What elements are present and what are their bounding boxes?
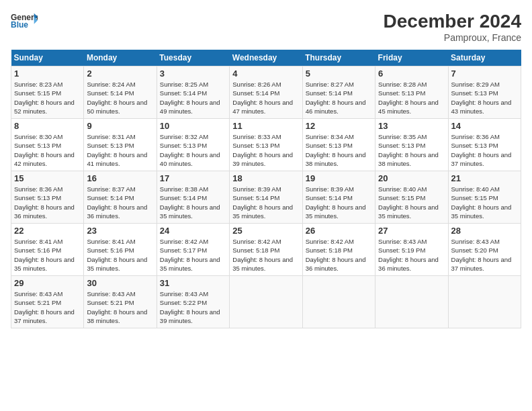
table-cell: 7 Sunrise: 8:29 AMSunset: 5:13 PMDayligh… xyxy=(448,66,521,119)
calendar-body: 1 Sunrise: 8:23 AMSunset: 5:15 PMDayligh… xyxy=(11,66,521,328)
table-cell: 1 Sunrise: 8:23 AMSunset: 5:15 PMDayligh… xyxy=(11,66,84,119)
table-cell: 3 Sunrise: 8:25 AMSunset: 5:14 PMDayligh… xyxy=(157,66,229,119)
day-info: Sunrise: 8:42 AMSunset: 5:18 PMDaylight:… xyxy=(232,237,299,273)
table-cell: 16 Sunrise: 8:37 AMSunset: 5:14 PMDaylig… xyxy=(84,171,157,224)
table-cell: 14 Sunrise: 8:36 AMSunset: 5:13 PMDaylig… xyxy=(448,119,521,171)
table-cell: 17 Sunrise: 8:38 AMSunset: 5:14 PMDaylig… xyxy=(157,171,229,224)
day-number: 30 xyxy=(87,278,153,288)
day-number: 5 xyxy=(306,68,372,79)
month-title: December 2024 xyxy=(384,11,521,32)
day-info: Sunrise: 8:40 AMSunset: 5:15 PMDaylight:… xyxy=(378,185,445,220)
table-cell: 11 Sunrise: 8:33 AMSunset: 5:13 PMDaylig… xyxy=(230,119,302,171)
day-info: Sunrise: 8:35 AMSunset: 5:13 PMDaylight:… xyxy=(378,132,445,168)
day-info: Sunrise: 8:23 AMSunset: 5:15 PMDaylight:… xyxy=(14,80,81,116)
calendar-header-row: Sunday Monday Tuesday Wednesday Thursday… xyxy=(11,50,521,66)
day-number: 11 xyxy=(232,121,299,131)
calendar-header: General Blue December 2024 Pamproux, Fra… xyxy=(11,11,521,43)
day-info: Sunrise: 8:43 AMSunset: 5:20 PMDaylight:… xyxy=(451,237,518,273)
table-cell: 15 Sunrise: 8:36 AMSunset: 5:13 PMDaylig… xyxy=(11,171,84,224)
day-info: Sunrise: 8:43 AMSunset: 5:21 PMDaylight:… xyxy=(87,289,153,325)
calendar-table: Sunday Monday Tuesday Wednesday Thursday… xyxy=(11,50,521,328)
logo-icon: General Blue xyxy=(11,11,38,30)
table-cell: 13 Sunrise: 8:35 AMSunset: 5:13 PMDaylig… xyxy=(375,119,448,171)
table-cell: 22 Sunrise: 8:41 AMSunset: 5:16 PMDaylig… xyxy=(11,224,84,276)
day-info: Sunrise: 8:34 AMSunset: 5:13 PMDaylight:… xyxy=(306,132,372,168)
day-number: 23 xyxy=(87,226,153,236)
day-number: 15 xyxy=(14,173,81,183)
day-info: Sunrise: 8:28 AMSunset: 5:13 PMDaylight:… xyxy=(378,80,445,116)
day-info: Sunrise: 8:24 AMSunset: 5:14 PMDaylight:… xyxy=(87,80,153,116)
col-wednesday: Wednesday xyxy=(230,50,302,66)
day-number: 28 xyxy=(451,226,518,236)
day-number: 14 xyxy=(451,121,518,131)
table-cell: 26 Sunrise: 8:42 AMSunset: 5:18 PMDaylig… xyxy=(302,224,375,276)
day-info: Sunrise: 8:41 AMSunset: 5:16 PMDaylight:… xyxy=(14,237,81,273)
day-number: 20 xyxy=(378,173,445,183)
day-info: Sunrise: 8:26 AMSunset: 5:14 PMDaylight:… xyxy=(232,80,299,116)
day-number: 25 xyxy=(232,226,299,236)
title-section: December 2024 Pamproux, France xyxy=(384,11,521,43)
table-cell: 4 Sunrise: 8:26 AMSunset: 5:14 PMDayligh… xyxy=(230,66,302,119)
location: Pamproux, France xyxy=(384,32,521,43)
col-thursday: Thursday xyxy=(302,50,375,66)
day-info: Sunrise: 8:27 AMSunset: 5:14 PMDaylight:… xyxy=(306,80,372,116)
day-info: Sunrise: 8:38 AMSunset: 5:14 PMDaylight:… xyxy=(160,185,226,220)
col-tuesday: Tuesday xyxy=(157,50,229,66)
table-cell: 12 Sunrise: 8:34 AMSunset: 5:13 PMDaylig… xyxy=(302,119,375,171)
table-cell xyxy=(230,276,302,328)
day-number: 2 xyxy=(87,68,153,79)
day-number: 27 xyxy=(378,226,445,236)
day-number: 31 xyxy=(160,278,226,288)
table-cell xyxy=(302,276,375,328)
day-info: Sunrise: 8:43 AMSunset: 5:22 PMDaylight:… xyxy=(160,289,226,325)
table-cell xyxy=(448,276,521,328)
day-info: Sunrise: 8:29 AMSunset: 5:13 PMDaylight:… xyxy=(451,80,518,116)
day-number: 10 xyxy=(160,121,226,131)
day-number: 4 xyxy=(232,68,299,79)
day-info: Sunrise: 8:42 AMSunset: 5:17 PMDaylight:… xyxy=(160,237,226,273)
table-cell: 31 Sunrise: 8:43 AMSunset: 5:22 PMDaylig… xyxy=(157,276,229,328)
day-number: 19 xyxy=(306,173,372,183)
day-info: Sunrise: 8:36 AMSunset: 5:13 PMDaylight:… xyxy=(14,185,81,220)
day-number: 21 xyxy=(451,173,518,183)
table-cell: 28 Sunrise: 8:43 AMSunset: 5:20 PMDaylig… xyxy=(448,224,521,276)
table-cell: 6 Sunrise: 8:28 AMSunset: 5:13 PMDayligh… xyxy=(375,66,448,119)
table-cell: 18 Sunrise: 8:39 AMSunset: 5:14 PMDaylig… xyxy=(230,171,302,224)
day-number: 24 xyxy=(160,226,226,236)
table-cell xyxy=(375,276,448,328)
day-info: Sunrise: 8:30 AMSunset: 5:13 PMDaylight:… xyxy=(14,132,81,168)
day-info: Sunrise: 8:39 AMSunset: 5:14 PMDaylight:… xyxy=(232,185,299,220)
table-cell: 23 Sunrise: 8:41 AMSunset: 5:16 PMDaylig… xyxy=(84,224,157,276)
day-info: Sunrise: 8:40 AMSunset: 5:15 PMDaylight:… xyxy=(451,185,518,220)
table-cell: 8 Sunrise: 8:30 AMSunset: 5:13 PMDayligh… xyxy=(11,119,84,171)
day-number: 1 xyxy=(14,68,81,79)
day-info: Sunrise: 8:41 AMSunset: 5:16 PMDaylight:… xyxy=(87,237,153,273)
col-saturday: Saturday xyxy=(448,50,521,66)
col-friday: Friday xyxy=(375,50,448,66)
day-info: Sunrise: 8:37 AMSunset: 5:14 PMDaylight:… xyxy=(87,185,153,220)
day-info: Sunrise: 8:43 AMSunset: 5:21 PMDaylight:… xyxy=(14,289,81,325)
day-info: Sunrise: 8:36 AMSunset: 5:13 PMDaylight:… xyxy=(451,132,518,168)
table-cell: 2 Sunrise: 8:24 AMSunset: 5:14 PMDayligh… xyxy=(84,66,157,119)
table-cell: 30 Sunrise: 8:43 AMSunset: 5:21 PMDaylig… xyxy=(84,276,157,328)
table-cell: 10 Sunrise: 8:32 AMSunset: 5:13 PMDaylig… xyxy=(157,119,229,171)
day-number: 7 xyxy=(451,68,518,79)
day-info: Sunrise: 8:33 AMSunset: 5:13 PMDaylight:… xyxy=(232,132,299,168)
day-number: 29 xyxy=(14,278,81,288)
day-number: 26 xyxy=(306,226,372,236)
table-cell: 5 Sunrise: 8:27 AMSunset: 5:14 PMDayligh… xyxy=(302,66,375,119)
table-cell: 29 Sunrise: 8:43 AMSunset: 5:21 PMDaylig… xyxy=(11,276,84,328)
day-number: 22 xyxy=(14,226,81,236)
table-cell: 20 Sunrise: 8:40 AMSunset: 5:15 PMDaylig… xyxy=(375,171,448,224)
day-number: 17 xyxy=(160,173,226,183)
table-cell: 21 Sunrise: 8:40 AMSunset: 5:15 PMDaylig… xyxy=(448,171,521,224)
day-info: Sunrise: 8:31 AMSunset: 5:13 PMDaylight:… xyxy=(87,132,153,168)
day-number: 16 xyxy=(87,173,153,183)
day-info: Sunrise: 8:25 AMSunset: 5:14 PMDaylight:… xyxy=(160,80,226,116)
day-info: Sunrise: 8:43 AMSunset: 5:19 PMDaylight:… xyxy=(378,237,445,273)
day-number: 9 xyxy=(87,121,153,131)
table-cell: 19 Sunrise: 8:39 AMSunset: 5:14 PMDaylig… xyxy=(302,171,375,224)
day-number: 12 xyxy=(306,121,372,131)
col-monday: Monday xyxy=(84,50,157,66)
day-info: Sunrise: 8:39 AMSunset: 5:14 PMDaylight:… xyxy=(306,185,372,220)
